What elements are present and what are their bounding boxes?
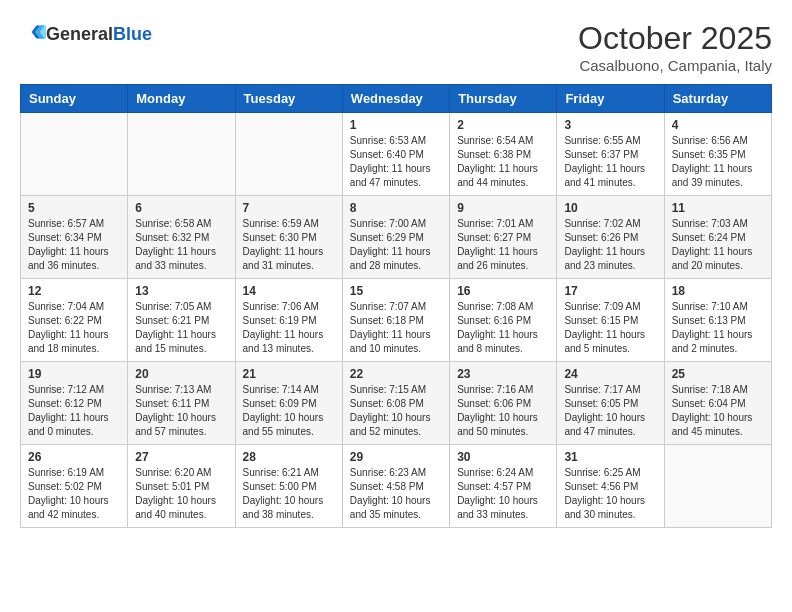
calendar-cell: [235, 113, 342, 196]
day-info: Sunrise: 7:13 AMSunset: 6:11 PMDaylight:…: [135, 383, 227, 439]
day-info: Sunrise: 7:12 AMSunset: 6:12 PMDaylight:…: [28, 383, 120, 439]
calendar-cell: 7Sunrise: 6:59 AMSunset: 6:30 PMDaylight…: [235, 196, 342, 279]
day-number: 15: [350, 284, 442, 298]
day-info: Sunrise: 7:07 AMSunset: 6:18 PMDaylight:…: [350, 300, 442, 356]
day-info: Sunrise: 6:56 AMSunset: 6:35 PMDaylight:…: [672, 134, 764, 190]
calendar-cell: 19Sunrise: 7:12 AMSunset: 6:12 PMDayligh…: [21, 362, 128, 445]
calendar-cell: 22Sunrise: 7:15 AMSunset: 6:08 PMDayligh…: [342, 362, 449, 445]
day-info: Sunrise: 7:10 AMSunset: 6:13 PMDaylight:…: [672, 300, 764, 356]
day-number: 26: [28, 450, 120, 464]
day-number: 17: [564, 284, 656, 298]
calendar-cell: 9Sunrise: 7:01 AMSunset: 6:27 PMDaylight…: [450, 196, 557, 279]
day-info: Sunrise: 6:54 AMSunset: 6:38 PMDaylight:…: [457, 134, 549, 190]
day-number: 22: [350, 367, 442, 381]
calendar-cell: [664, 445, 771, 528]
day-info: Sunrise: 7:15 AMSunset: 6:08 PMDaylight:…: [350, 383, 442, 439]
day-info: Sunrise: 6:21 AMSunset: 5:00 PMDaylight:…: [243, 466, 335, 522]
calendar-cell: 30Sunrise: 6:24 AMSunset: 4:57 PMDayligh…: [450, 445, 557, 528]
day-number: 24: [564, 367, 656, 381]
calendar-cell: 1Sunrise: 6:53 AMSunset: 6:40 PMDaylight…: [342, 113, 449, 196]
calendar-cell: 5Sunrise: 6:57 AMSunset: 6:34 PMDaylight…: [21, 196, 128, 279]
day-info: Sunrise: 7:14 AMSunset: 6:09 PMDaylight:…: [243, 383, 335, 439]
calendar-cell: 13Sunrise: 7:05 AMSunset: 6:21 PMDayligh…: [128, 279, 235, 362]
calendar-cell: 25Sunrise: 7:18 AMSunset: 6:04 PMDayligh…: [664, 362, 771, 445]
day-number: 5: [28, 201, 120, 215]
calendar-cell: 27Sunrise: 6:20 AMSunset: 5:01 PMDayligh…: [128, 445, 235, 528]
logo-blue-text: Blue: [113, 24, 152, 44]
calendar-cell: 24Sunrise: 7:17 AMSunset: 6:05 PMDayligh…: [557, 362, 664, 445]
calendar-cell: 8Sunrise: 7:00 AMSunset: 6:29 PMDaylight…: [342, 196, 449, 279]
day-header-wednesday: Wednesday: [342, 85, 449, 113]
day-number: 2: [457, 118, 549, 132]
day-info: Sunrise: 7:02 AMSunset: 6:26 PMDaylight:…: [564, 217, 656, 273]
calendar-week-1: 1Sunrise: 6:53 AMSunset: 6:40 PMDaylight…: [21, 113, 772, 196]
day-number: 27: [135, 450, 227, 464]
day-number: 12: [28, 284, 120, 298]
calendar-cell: [21, 113, 128, 196]
calendar-week-4: 19Sunrise: 7:12 AMSunset: 6:12 PMDayligh…: [21, 362, 772, 445]
calendar-header-row: SundayMondayTuesdayWednesdayThursdayFrid…: [21, 85, 772, 113]
day-number: 31: [564, 450, 656, 464]
location-subtitle: Casalbuono, Campania, Italy: [578, 57, 772, 74]
day-info: Sunrise: 6:53 AMSunset: 6:40 PMDaylight:…: [350, 134, 442, 190]
logo-icon: [22, 20, 46, 44]
day-header-sunday: Sunday: [21, 85, 128, 113]
day-header-tuesday: Tuesday: [235, 85, 342, 113]
calendar-cell: 10Sunrise: 7:02 AMSunset: 6:26 PMDayligh…: [557, 196, 664, 279]
day-header-friday: Friday: [557, 85, 664, 113]
day-number: 14: [243, 284, 335, 298]
day-number: 13: [135, 284, 227, 298]
day-number: 8: [350, 201, 442, 215]
day-info: Sunrise: 7:06 AMSunset: 6:19 PMDaylight:…: [243, 300, 335, 356]
day-number: 16: [457, 284, 549, 298]
calendar-week-5: 26Sunrise: 6:19 AMSunset: 5:02 PMDayligh…: [21, 445, 772, 528]
day-info: Sunrise: 7:03 AMSunset: 6:24 PMDaylight:…: [672, 217, 764, 273]
calendar-cell: 6Sunrise: 6:58 AMSunset: 6:32 PMDaylight…: [128, 196, 235, 279]
calendar-cell: 23Sunrise: 7:16 AMSunset: 6:06 PMDayligh…: [450, 362, 557, 445]
day-number: 20: [135, 367, 227, 381]
calendar-table: SundayMondayTuesdayWednesdayThursdayFrid…: [20, 84, 772, 528]
calendar-cell: 2Sunrise: 6:54 AMSunset: 6:38 PMDaylight…: [450, 113, 557, 196]
calendar-cell: 21Sunrise: 7:14 AMSunset: 6:09 PMDayligh…: [235, 362, 342, 445]
day-info: Sunrise: 7:17 AMSunset: 6:05 PMDaylight:…: [564, 383, 656, 439]
month-title: October 2025: [578, 20, 772, 57]
day-info: Sunrise: 6:23 AMSunset: 4:58 PMDaylight:…: [350, 466, 442, 522]
day-info: Sunrise: 6:25 AMSunset: 4:56 PMDaylight:…: [564, 466, 656, 522]
day-number: 11: [672, 201, 764, 215]
day-info: Sunrise: 6:57 AMSunset: 6:34 PMDaylight:…: [28, 217, 120, 273]
day-number: 25: [672, 367, 764, 381]
day-header-saturday: Saturday: [664, 85, 771, 113]
day-header-monday: Monday: [128, 85, 235, 113]
calendar-cell: 20Sunrise: 7:13 AMSunset: 6:11 PMDayligh…: [128, 362, 235, 445]
calendar-cell: 11Sunrise: 7:03 AMSunset: 6:24 PMDayligh…: [664, 196, 771, 279]
day-info: Sunrise: 7:18 AMSunset: 6:04 PMDaylight:…: [672, 383, 764, 439]
title-block: October 2025 Casalbuono, Campania, Italy: [578, 20, 772, 74]
logo: GeneralBlue: [20, 20, 152, 48]
day-info: Sunrise: 6:20 AMSunset: 5:01 PMDaylight:…: [135, 466, 227, 522]
day-number: 28: [243, 450, 335, 464]
day-number: 21: [243, 367, 335, 381]
day-number: 7: [243, 201, 335, 215]
day-info: Sunrise: 7:00 AMSunset: 6:29 PMDaylight:…: [350, 217, 442, 273]
day-info: Sunrise: 7:09 AMSunset: 6:15 PMDaylight:…: [564, 300, 656, 356]
calendar-cell: 14Sunrise: 7:06 AMSunset: 6:19 PMDayligh…: [235, 279, 342, 362]
day-info: Sunrise: 6:24 AMSunset: 4:57 PMDaylight:…: [457, 466, 549, 522]
calendar-cell: 15Sunrise: 7:07 AMSunset: 6:18 PMDayligh…: [342, 279, 449, 362]
calendar-cell: 12Sunrise: 7:04 AMSunset: 6:22 PMDayligh…: [21, 279, 128, 362]
day-number: 1: [350, 118, 442, 132]
day-header-thursday: Thursday: [450, 85, 557, 113]
calendar-cell: 18Sunrise: 7:10 AMSunset: 6:13 PMDayligh…: [664, 279, 771, 362]
calendar-week-3: 12Sunrise: 7:04 AMSunset: 6:22 PMDayligh…: [21, 279, 772, 362]
day-info: Sunrise: 7:01 AMSunset: 6:27 PMDaylight:…: [457, 217, 549, 273]
day-number: 3: [564, 118, 656, 132]
calendar-cell: 4Sunrise: 6:56 AMSunset: 6:35 PMDaylight…: [664, 113, 771, 196]
day-number: 23: [457, 367, 549, 381]
day-info: Sunrise: 6:19 AMSunset: 5:02 PMDaylight:…: [28, 466, 120, 522]
day-info: Sunrise: 6:58 AMSunset: 6:32 PMDaylight:…: [135, 217, 227, 273]
day-number: 6: [135, 201, 227, 215]
day-info: Sunrise: 6:55 AMSunset: 6:37 PMDaylight:…: [564, 134, 656, 190]
day-info: Sunrise: 7:16 AMSunset: 6:06 PMDaylight:…: [457, 383, 549, 439]
calendar-week-2: 5Sunrise: 6:57 AMSunset: 6:34 PMDaylight…: [21, 196, 772, 279]
calendar-cell: 26Sunrise: 6:19 AMSunset: 5:02 PMDayligh…: [21, 445, 128, 528]
calendar-cell: 29Sunrise: 6:23 AMSunset: 4:58 PMDayligh…: [342, 445, 449, 528]
